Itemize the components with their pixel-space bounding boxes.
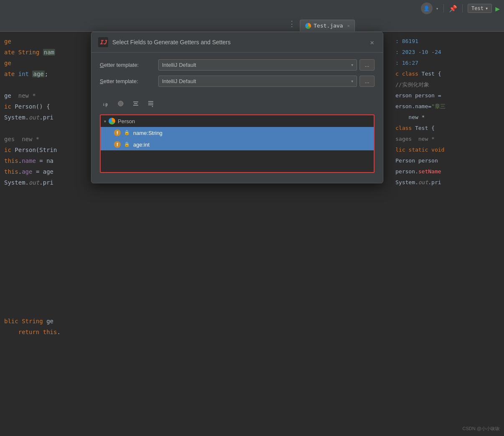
svg-text:z: z <box>105 104 107 107</box>
run-config-selector[interactable]: Test ▾ <box>468 4 492 13</box>
code-line: sages new * <box>395 134 504 144</box>
dialog-header: IJ Select Fields to Generate Getters and… <box>91 32 383 53</box>
code-line: Person person <box>395 155 504 166</box>
field-lock-icon-2: 🔒 <box>124 142 130 147</box>
field-lock-icon: 🔒 <box>124 130 130 136</box>
field-f-icon-2: f <box>114 141 121 148</box>
align-justify-button[interactable] <box>145 98 157 109</box>
getter-template-label: Getter template: <box>100 62 154 68</box>
getter-template-select[interactable]: IntelliJ Default ▾ <box>158 59 357 71</box>
code-line: ic Person(Strin <box>4 144 92 155</box>
sort-az-button[interactable]: ↓a z <box>100 98 111 109</box>
tree-toolbar: ↓a z <box>91 96 383 113</box>
setter-more-button[interactable]: ... <box>360 76 375 87</box>
code-line: ate int age; <box>4 68 92 79</box>
setter-template-select[interactable]: IntelliJ Default ▾ <box>158 76 357 87</box>
code-line: System.out.pri <box>395 177 504 188</box>
getter-template-row: Getter template: IntelliJ Default ▾ ... <box>100 59 375 71</box>
code-line: lic static void <box>395 144 504 155</box>
run-config-label: Test <box>471 5 484 11</box>
code-line: erson person = <box>395 90 504 101</box>
tree-expand-icon[interactable]: ▾ <box>104 119 106 124</box>
code-line: ge new * <box>4 90 92 101</box>
code-line: System.out.pri <box>4 112 92 123</box>
code-line: : 86191 <box>395 36 504 47</box>
tab-overflow-icon[interactable]: ⋮ <box>284 19 300 31</box>
tab-close-icon[interactable]: ✕ <box>347 23 350 28</box>
field-name-label: name:String <box>133 130 162 136</box>
tab-label: Test.java <box>314 23 343 29</box>
watermark: CSDN @小小咴咴 <box>463 426 500 432</box>
dialog-close-button[interactable]: ✕ <box>368 38 376 46</box>
dialog-title: Select Fields to Generate Getters and Se… <box>112 39 364 46</box>
avatar-chevron-icon[interactable]: ▾ <box>436 6 438 11</box>
tree-root-node[interactable]: ▾ Person <box>101 115 374 127</box>
code-line: class Test { <box>395 123 504 134</box>
class-name-label: Person <box>118 118 135 124</box>
code-line: //实例化对象 <box>395 79 504 90</box>
code-line: ge <box>4 36 92 47</box>
field-age-label: age:int <box>133 142 149 148</box>
avatar-icon[interactable]: 👤 <box>421 3 433 14</box>
code-line: person.setName <box>395 166 504 177</box>
svg-point-2 <box>118 101 123 106</box>
setter-template-label: Setter template: <box>100 78 154 84</box>
code-line: blic String ge <box>4 316 92 327</box>
code-line: : 16:27 <box>395 58 504 68</box>
code-line: ic Person() { <box>4 101 92 112</box>
right-code-panel: : 86191 : 2023 -10 -24 : 16:27 c class T… <box>391 32 504 436</box>
class-icon <box>109 118 115 124</box>
code-line: System.out.pri <box>4 177 92 188</box>
code-line: ge <box>4 58 92 68</box>
tree-empty-space <box>101 150 374 163</box>
fields-tree: ▾ Person f 🔒 name:String f 🔒 age:int <box>100 114 375 173</box>
java-file-icon <box>305 23 311 29</box>
top-toolbar: 👤 ▾ 📌 Test ▾ ▶ <box>0 0 504 17</box>
intellij-icon: IJ <box>98 37 108 47</box>
tree-field-name[interactable]: f 🔒 name:String <box>101 127 374 139</box>
tree-field-age[interactable]: f 🔒 age:int <box>101 139 374 150</box>
run-button[interactable]: ▶ <box>495 4 500 13</box>
tab-test-java[interactable]: Test.java ✕ <box>300 20 355 31</box>
tab-bar: ⋮ Test.java ✕ <box>0 17 504 32</box>
code-line <box>4 123 92 134</box>
pin-icon: 📌 <box>449 5 457 13</box>
generate-dialog: IJ Select Fields to Generate Getters and… <box>91 32 383 183</box>
code-line <box>4 79 92 90</box>
code-line: erson.name="章三 <box>395 101 504 112</box>
setter-chevron-icon: ▾ <box>351 79 353 84</box>
align-center-button[interactable] <box>130 98 142 109</box>
code-line: : 2023 -10 -24 <box>395 47 504 58</box>
code-line: this.age = age <box>4 166 92 177</box>
code-line: this.name = na <box>4 155 92 166</box>
getter-select-wrap: IntelliJ Default ▾ ... <box>158 59 375 71</box>
run-config-chevron-icon: ▾ <box>485 5 488 11</box>
code-line: c class Test { <box>395 68 504 79</box>
code-line: ate String nam <box>4 47 92 58</box>
filter-button[interactable] <box>115 98 127 109</box>
code-line: return this. <box>4 327 92 337</box>
getter-chevron-icon: ▾ <box>351 63 353 67</box>
setter-template-row: Setter template: IntelliJ Default ▾ ... <box>100 76 375 87</box>
left-code-panel: ge ate String nam ge ate int age; ge new… <box>0 32 92 436</box>
field-f-icon: f <box>114 129 121 136</box>
setter-select-wrap: IntelliJ Default ▾ ... <box>158 76 375 87</box>
getter-more-button[interactable]: ... <box>360 59 375 71</box>
dialog-form: Getter template: IntelliJ Default ▾ ... … <box>91 53 383 96</box>
code-line: ges new * <box>4 134 92 144</box>
code-line: new * <box>395 112 504 123</box>
code-line <box>4 188 92 199</box>
